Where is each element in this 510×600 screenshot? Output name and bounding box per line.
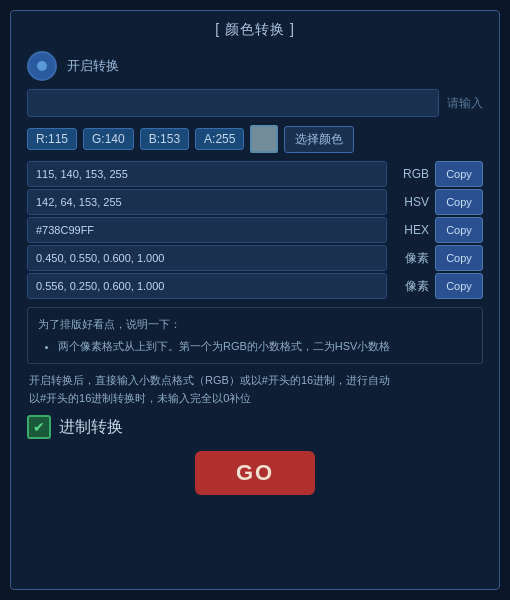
- checkbox-label: 进制转换: [59, 417, 123, 438]
- checkbox-row: ✔ 进制转换: [27, 415, 483, 439]
- input-placeholder: 请输入: [447, 95, 483, 112]
- data-label-pixel-rgb: 像素: [393, 250, 429, 267]
- checkbox-checked[interactable]: ✔: [27, 415, 51, 439]
- data-value-pixel-hsv: 0.556, 0.250, 0.600, 1.000: [27, 273, 387, 299]
- copy-btn-hsv[interactable]: Copy: [435, 189, 483, 215]
- data-value-hex: #738C99FF: [27, 217, 387, 243]
- main-input[interactable]: [27, 89, 439, 117]
- data-value-hsv: 142, 64, 153, 255: [27, 189, 387, 215]
- extra-desc-line1: 开启转换后，直接输入小数点格式（RGB）或以#开头的16进制，进行自动: [29, 372, 481, 390]
- toggle-icon: [35, 59, 49, 73]
- chip-r: R:115: [27, 128, 77, 150]
- copy-btn-rgb[interactable]: Copy: [435, 161, 483, 187]
- extra-desc-line2: 以#开头的16进制转换时，未输入完全以0补位: [29, 390, 481, 408]
- main-input-row: 请输入: [27, 89, 483, 117]
- desc-title: 为了排版好看点，说明一下：: [38, 316, 472, 334]
- data-value-pixel-rgb: 0.450, 0.550, 0.600, 1.000: [27, 245, 387, 271]
- desc-item-0: 两个像素格式从上到下。第一个为RGB的小数格式，二为HSV小数格: [58, 338, 472, 356]
- svg-point-0: [37, 61, 47, 71]
- chip-b: B:153: [140, 128, 189, 150]
- data-label-pixel-hsv: 像素: [393, 278, 429, 295]
- color-chips-row: R:115 G:140 B:153 A:255 选择颜色: [27, 125, 483, 153]
- copy-btn-pixel-hsv[interactable]: Copy: [435, 273, 483, 299]
- data-row-rgb: 115, 140, 153, 255 RGB Copy: [27, 161, 483, 187]
- chip-a: A:255: [195, 128, 244, 150]
- data-row-hsv: 142, 64, 153, 255 HSV Copy: [27, 189, 483, 215]
- toggle-label: 开启转换: [67, 57, 119, 75]
- copy-btn-hex[interactable]: Copy: [435, 217, 483, 243]
- go-button[interactable]: GO: [195, 451, 315, 495]
- data-rows: 115, 140, 153, 255 RGB Copy 142, 64, 153…: [27, 161, 483, 299]
- data-row-hex: #738C99FF HEX Copy: [27, 217, 483, 243]
- chip-g: G:140: [83, 128, 134, 150]
- extra-description: 开启转换后，直接输入小数点格式（RGB）或以#开头的16进制，进行自动 以#开头…: [27, 372, 483, 407]
- data-label-hex: HEX: [393, 223, 429, 237]
- toggle-row: 开启转换: [27, 51, 483, 81]
- color-swatch[interactable]: [250, 125, 278, 153]
- select-color-button[interactable]: 选择颜色: [284, 126, 354, 153]
- window-title: [ 颜色转换 ]: [27, 21, 483, 39]
- data-label-rgb: RGB: [393, 167, 429, 181]
- data-row-pixel-hsv: 0.556, 0.250, 0.600, 1.000 像素 Copy: [27, 273, 483, 299]
- data-row-pixel-rgb: 0.450, 0.550, 0.600, 1.000 像素 Copy: [27, 245, 483, 271]
- main-window: [ 颜色转换 ] 开启转换 请输入 R:115 G:140 B:153 A:25…: [10, 10, 500, 590]
- copy-btn-pixel-rgb[interactable]: Copy: [435, 245, 483, 271]
- data-label-hsv: HSV: [393, 195, 429, 209]
- data-value-rgb: 115, 140, 153, 255: [27, 161, 387, 187]
- description-box: 为了排版好看点，说明一下： 两个像素格式从上到下。第一个为RGB的小数格式，二为…: [27, 307, 483, 364]
- toggle-button[interactable]: [27, 51, 57, 81]
